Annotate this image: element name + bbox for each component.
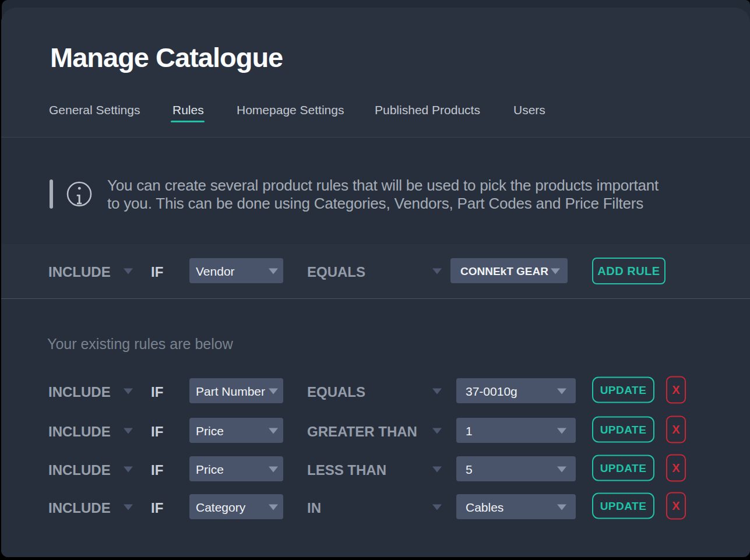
tab-published-products[interactable]: Published Products: [375, 104, 480, 116]
delete-rule-button[interactable]: X: [666, 492, 686, 519]
info-icon: [66, 181, 92, 207]
field-select-caret-icon: [269, 428, 278, 434]
operator-dropdown-label[interactable]: IN: [307, 501, 321, 515]
add-rule-button[interactable]: ADD RULE: [592, 258, 666, 284]
value-select-caret-icon: [551, 268, 560, 274]
operator-dropdown-label[interactable]: EQUALS: [307, 385, 365, 399]
include-caret-icon[interactable]: [124, 388, 133, 394]
if-label: IF: [151, 265, 163, 279]
if-label: IF: [151, 425, 163, 439]
active-tab-underline: [171, 121, 205, 122]
update-rule-button[interactable]: UPDATE: [592, 376, 654, 403]
field-select[interactable]: Price: [189, 418, 283, 443]
tab-users[interactable]: Users: [513, 104, 545, 116]
include-caret-icon[interactable]: [124, 428, 133, 434]
field-select-value: Part Number: [196, 385, 265, 397]
field-select-caret-icon: [269, 388, 278, 394]
field-select-value: Category: [196, 501, 245, 513]
info-text-line2: to you. This can be done using Categorie…: [107, 195, 659, 213]
rule-row-1: INCLUDE IF Part Number EQUALS 37-0010g U…: [0, 378, 750, 403]
value-select-value: 37-0010g: [466, 385, 517, 397]
delete-rule-button[interactable]: X: [666, 454, 686, 481]
delete-rule-button[interactable]: X: [666, 376, 686, 403]
rule-builder-row: INCLUDE IF Vendor EQUALS CONNEkT GEAR AD…: [0, 258, 750, 283]
if-label: IF: [151, 385, 163, 399]
include-dropdown-label[interactable]: INCLUDE: [48, 501, 111, 515]
rule-row-3: INCLUDE IF Price LESS THAN 5 UPDATE X: [0, 456, 750, 481]
value-select[interactable]: CONNEkT GEAR: [450, 258, 568, 283]
include-dropdown-label[interactable]: INCLUDE: [48, 463, 111, 477]
tab-rules[interactable]: Rules: [172, 104, 204, 116]
operator-caret-icon[interactable]: [432, 466, 442, 472]
operator-dropdown-label[interactable]: GREATER THAN: [307, 425, 417, 439]
operator-caret-icon[interactable]: [432, 504, 442, 510]
field-select-value: Vendor: [196, 265, 235, 277]
field-select-value: Price: [196, 424, 224, 436]
field-select[interactable]: Part Number: [189, 378, 283, 403]
field-select-caret-icon: [269, 466, 278, 472]
value-select-caret-icon: [557, 466, 566, 472]
field-select-caret-icon: [269, 504, 278, 510]
value-select-value: 5: [466, 463, 473, 475]
update-rule-button[interactable]: UPDATE: [592, 492, 654, 519]
field-select-caret-icon: [269, 268, 278, 274]
value-select-value: CONNEkT GEAR: [460, 265, 548, 276]
include-caret-icon[interactable]: [124, 504, 133, 510]
info-accent-bar: [50, 179, 53, 209]
delete-rule-button[interactable]: X: [666, 415, 686, 443]
value-select-caret-icon: [557, 388, 566, 394]
stage: Manage Catalogue General Settings Rules …: [0, 0, 750, 560]
value-select[interactable]: 1: [456, 418, 576, 443]
page-title: Manage Catalogue: [50, 44, 283, 71]
field-select-value: Price: [196, 463, 224, 475]
include-caret-icon[interactable]: [124, 466, 133, 472]
value-select[interactable]: 5: [456, 456, 576, 481]
if-label: IF: [151, 463, 163, 477]
field-select[interactable]: Vendor: [189, 258, 283, 283]
tab-general-settings[interactable]: General Settings: [49, 104, 140, 116]
operator-dropdown-label[interactable]: EQUALS: [307, 265, 365, 279]
operator-dropdown-label[interactable]: LESS THAN: [307, 463, 386, 477]
info-text: You can create several product rules tha…: [107, 177, 659, 213]
value-select-value: Cables: [466, 501, 503, 513]
value-select-caret-icon: [557, 428, 566, 434]
update-rule-button[interactable]: UPDATE: [592, 416, 654, 442]
include-dropdown-label[interactable]: INCLUDE: [48, 265, 111, 279]
update-rule-button[interactable]: UPDATE: [592, 455, 654, 481]
include-caret-icon[interactable]: [124, 268, 133, 274]
operator-caret-icon[interactable]: [432, 428, 442, 434]
include-dropdown-label[interactable]: INCLUDE: [48, 425, 111, 439]
operator-caret-icon[interactable]: [432, 388, 442, 394]
tab-homepage-settings[interactable]: Homepage Settings: [237, 104, 344, 116]
operator-caret-icon[interactable]: [432, 268, 442, 274]
rule-row-4: INCLUDE IF Category IN Cables UPDATE X: [0, 494, 750, 519]
value-select-value: 1: [466, 424, 473, 436]
field-select[interactable]: Category: [189, 494, 283, 519]
field-select[interactable]: Price: [189, 456, 283, 481]
existing-rules-heading: Your existing rules are below: [47, 337, 233, 351]
include-dropdown-label[interactable]: INCLUDE: [48, 385, 111, 399]
if-label: IF: [151, 501, 163, 515]
rule-row-2: INCLUDE IF Price GREATER THAN 1 UPDATE X: [0, 418, 750, 443]
info-text-line1: You can create several product rules tha…: [107, 177, 659, 195]
value-select-caret-icon: [557, 504, 566, 510]
value-select[interactable]: Cables: [456, 494, 576, 519]
value-select[interactable]: 37-0010g: [456, 378, 576, 403]
